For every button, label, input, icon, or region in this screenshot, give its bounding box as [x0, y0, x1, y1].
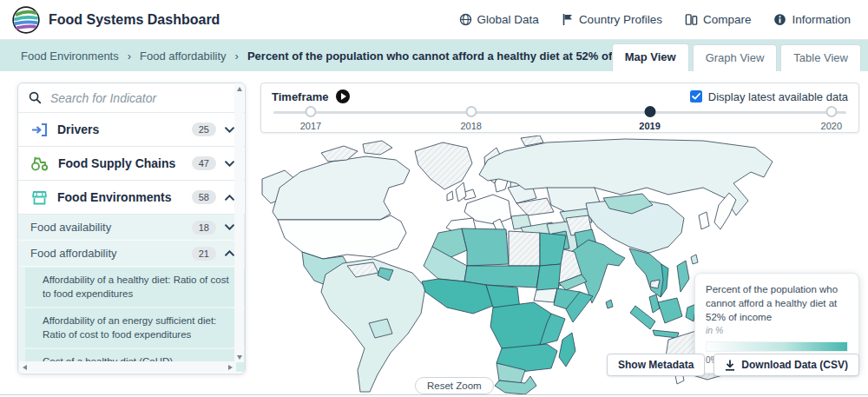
- compare-icon: [685, 13, 698, 26]
- storefront-icon: [30, 190, 49, 205]
- breadcrumb-current-indicator: Percent of the population who cannot aff…: [247, 50, 655, 63]
- flag-icon: [562, 13, 574, 26]
- logo-area[interactable]: Food Systems Dashboard: [10, 4, 220, 36]
- nav-label: Country Profiles: [579, 13, 662, 26]
- breadcrumb-food-environments[interactable]: Food Environments: [21, 50, 119, 63]
- slider-stop-2020[interactable]: [825, 106, 837, 117]
- view-tabs: Map View Graph View Table View: [612, 43, 861, 71]
- year-label: 2017: [300, 121, 321, 131]
- sidebar-item-food-environments[interactable]: Food Environments 58: [18, 181, 245, 215]
- category-count-badge: 47: [192, 156, 216, 170]
- map-actions: Show Metadata Download Data (CSV): [607, 354, 859, 376]
- chevron-down-icon: [225, 224, 234, 230]
- checkmark-icon: [692, 93, 700, 100]
- category-label: Food Environments: [57, 190, 183, 204]
- slider-stop-2018[interactable]: [465, 106, 477, 117]
- sidebar-item-food-supply-chains[interactable]: Food Supply Chains 47: [18, 147, 245, 181]
- info-icon: [773, 13, 786, 26]
- food-systems-dashboard-page: Food Systems Dashboard Global Data Count…: [0, 0, 868, 397]
- timeframe-label: Timeframe: [272, 90, 329, 103]
- top-nav: Global Data Country Profiles Compare: [459, 13, 851, 26]
- latest-data-label: Display latest available data: [708, 90, 848, 103]
- nav-information[interactable]: Information: [773, 13, 851, 26]
- scroll-right-icon[interactable]: [228, 365, 233, 370]
- scroll-up-icon[interactable]: [237, 87, 242, 91]
- scroll-down-icon[interactable]: [237, 355, 242, 360]
- page-bottom-divider: [0, 394, 868, 395]
- subcategory-label: Food affordability: [30, 247, 183, 260]
- category-label: Drivers: [57, 122, 183, 136]
- nav-label: Compare: [703, 13, 752, 26]
- globe-icon: [459, 13, 472, 26]
- legend-title: Percent of the population who cannot aff…: [706, 282, 848, 324]
- sidebar-item-drivers[interactable]: Drivers 25: [18, 113, 245, 147]
- show-metadata-label: Show Metadata: [618, 359, 694, 371]
- tractor-icon: [30, 156, 49, 171]
- indicator-sidebar: Drivers 25 Food Supply Chains 47: [17, 83, 246, 374]
- timeframe-card: Timeframe Display latest available data …: [260, 83, 859, 133]
- scroll-left-icon[interactable]: [23, 365, 27, 370]
- year-label: 2020: [821, 121, 842, 131]
- app-header: Food Systems Dashboard Global Data Count…: [0, 0, 868, 40]
- list-item-indicator[interactable]: Affordability of a healthy diet: Ratio o…: [25, 268, 245, 307]
- nav-label: Information: [792, 13, 851, 26]
- year-slider[interactable]: 2017 2018 2019 2020: [273, 105, 846, 131]
- latest-data-checkbox[interactable]: [690, 90, 702, 103]
- sidebar-horizontal-scrollbar[interactable]: [19, 361, 236, 373]
- tab-graph-view[interactable]: Graph View: [693, 44, 778, 71]
- subcategory-count-badge: 21: [192, 247, 216, 261]
- chevron-down-icon: [225, 127, 234, 133]
- app-title: Food Systems Dashboard: [49, 12, 220, 28]
- breadcrumb-food-affordability[interactable]: Food affordability: [140, 50, 227, 63]
- tab-table-view[interactable]: Table View: [780, 44, 861, 71]
- legend-unit: in %: [706, 325, 848, 335]
- download-data-button[interactable]: Download Data (CSV): [713, 354, 859, 376]
- category-count-badge: 25: [192, 122, 216, 136]
- tab-map-view[interactable]: Map View: [612, 43, 689, 71]
- app-logo-icon: [10, 4, 42, 36]
- category-label: Food Supply Chains: [58, 156, 183, 170]
- chevron-up-icon: [225, 250, 234, 256]
- play-button[interactable]: [336, 89, 350, 103]
- download-icon: [725, 360, 735, 371]
- search-icon: [29, 91, 42, 104]
- sidebar-item-food-affordability[interactable]: Food affordability 21: [18, 241, 245, 267]
- show-metadata-button[interactable]: Show Metadata: [607, 354, 705, 376]
- slider-track[interactable]: [273, 111, 846, 114]
- breadcrumb-separator: ›: [235, 50, 239, 63]
- breadcrumb-separator: ›: [128, 50, 131, 63]
- nav-label: Global Data: [477, 13, 539, 26]
- download-data-label: Download Data (CSV): [741, 359, 848, 371]
- nav-global-data[interactable]: Global Data: [459, 13, 539, 26]
- indicator-list: Affordability of a healthy diet: Ratio o…: [18, 267, 245, 372]
- chevron-up-icon: [225, 195, 234, 201]
- nav-country-profiles[interactable]: Country Profiles: [562, 13, 662, 26]
- subcategory-count-badge: 18: [192, 221, 216, 235]
- play-icon: [341, 93, 346, 100]
- slider-stop-2017[interactable]: [305, 106, 316, 117]
- latest-data-toggle[interactable]: Display latest available data: [690, 90, 848, 103]
- category-count-badge: 58: [192, 190, 216, 204]
- slider-stop-2019-selected[interactable]: [644, 106, 655, 117]
- drivers-icon: [30, 122, 49, 137]
- year-label: 2018: [460, 121, 481, 131]
- list-item-indicator[interactable]: Affordability of an energy sufficient di…: [25, 308, 245, 347]
- sidebar-vertical-scrollbar[interactable]: [234, 84, 244, 362]
- nav-compare[interactable]: Compare: [685, 13, 752, 26]
- year-label: 2019: [639, 121, 660, 131]
- subcategory-label: Food availability: [30, 221, 183, 234]
- reset-zoom-button[interactable]: Reset Zoom: [415, 377, 494, 394]
- search-input[interactable]: [50, 91, 222, 105]
- indicator-search-row: [18, 83, 245, 113]
- sidebar-item-food-availability[interactable]: Food availability 18: [18, 215, 245, 241]
- chevron-down-icon: [225, 161, 234, 167]
- legend-gradient-bar: [706, 341, 848, 352]
